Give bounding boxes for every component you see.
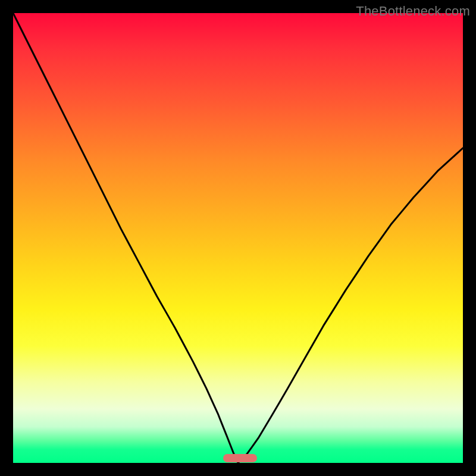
plot-area (13, 13, 463, 463)
bottleneck-curve (13, 13, 463, 463)
curve-path (13, 13, 463, 463)
chart-frame: TheBottleneck.com (0, 0, 476, 476)
optimal-marker (223, 454, 257, 462)
watermark-text: TheBottleneck.com (356, 4, 470, 19)
